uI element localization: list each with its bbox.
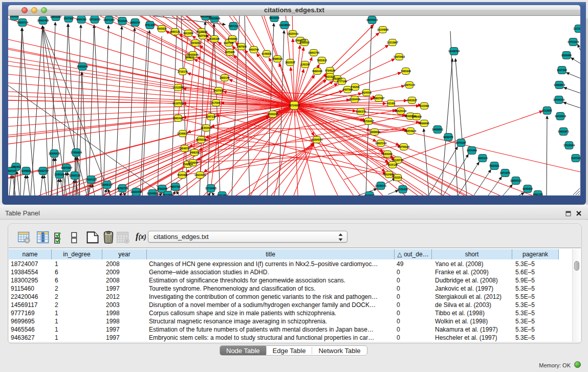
svg-text:6612045: 6612045 — [163, 193, 173, 195]
svg-text:7663822: 7663822 — [157, 27, 167, 30]
svg-text:2718176: 2718176 — [178, 70, 188, 73]
svg-text:2935114: 2935114 — [477, 157, 487, 160]
svg-text:16914479: 16914479 — [194, 173, 206, 177]
svg-text:16543362: 16543362 — [190, 41, 201, 45]
svg-text:8741205: 8741205 — [145, 24, 155, 27]
svg-text:18724007: 18724007 — [289, 104, 300, 107]
svg-text:9227342: 9227342 — [557, 69, 567, 72]
svg-text:7515526: 7515526 — [117, 19, 127, 23]
svg-text:13325419: 13325419 — [287, 32, 298, 35]
svg-text:9777169: 9777169 — [337, 80, 347, 83]
svg-text:7357224: 7357224 — [228, 25, 238, 28]
svg-text:8813054: 8813054 — [269, 16, 279, 19]
svg-text:17016504: 17016504 — [563, 144, 575, 147]
svg-text:2803144: 2803144 — [220, 76, 230, 79]
svg-text:9113936: 9113936 — [542, 109, 552, 112]
svg-text:252254: 252254 — [394, 176, 402, 179]
svg-text:23226058: 23226058 — [196, 30, 207, 33]
svg-text:18300295: 18300295 — [267, 113, 278, 116]
svg-text:8915567: 8915567 — [364, 194, 375, 195]
svg-text:6479197: 6479197 — [456, 141, 466, 144]
svg-text:19654923: 19654923 — [405, 129, 416, 133]
svg-text:10688609: 10688609 — [369, 130, 380, 134]
svg-text:16210643: 16210643 — [555, 115, 566, 118]
svg-text:12093873: 12093873 — [554, 83, 565, 86]
svg-text:16154808: 16154808 — [377, 28, 388, 31]
svg-text:20691406: 20691406 — [37, 19, 49, 22]
svg-text:391541: 391541 — [8, 169, 16, 172]
svg-text:9115460: 9115460 — [419, 104, 429, 107]
svg-text:10807487: 10807487 — [373, 97, 384, 100]
svg-text:7986372: 7986372 — [356, 110, 366, 113]
svg-text:12444150: 12444150 — [553, 98, 564, 101]
svg-text:1156829: 1156829 — [21, 169, 31, 172]
svg-text:10719155: 10719155 — [89, 18, 100, 21]
svg-text:1145194: 1145194 — [54, 173, 64, 176]
svg-text:6466160: 6466160 — [76, 18, 86, 21]
svg-text:19218506: 19218506 — [279, 24, 290, 27]
svg-text:1588520: 1588520 — [272, 57, 282, 60]
svg-text:8878334: 8878334 — [196, 138, 206, 141]
svg-text:2285061: 2285061 — [11, 165, 21, 168]
svg-text:16961758: 16961758 — [308, 51, 319, 54]
svg-text:12975115: 12975115 — [404, 83, 415, 86]
svg-text:19166827: 19166827 — [177, 132, 188, 135]
svg-text:9463627: 9463627 — [407, 99, 417, 102]
svg-text:15692971: 15692971 — [558, 130, 569, 133]
svg-text:19384554: 19384554 — [311, 138, 322, 141]
svg-text:9031255: 9031255 — [217, 194, 227, 195]
svg-text:9245652: 9245652 — [522, 187, 533, 190]
svg-text:9699695: 9699695 — [419, 122, 429, 125]
svg-text:10653267: 10653267 — [50, 16, 61, 18]
svg-text:9084067: 9084067 — [382, 152, 393, 156]
svg-text:1965493: 1965493 — [173, 117, 183, 120]
svg-text:2967608: 2967608 — [236, 45, 247, 48]
svg-text:12213389: 12213389 — [172, 86, 184, 89]
svg-text:1615132: 1615132 — [387, 163, 398, 166]
svg-text:1527602: 1527602 — [63, 17, 74, 20]
svg-text:9402155: 9402155 — [533, 193, 543, 195]
svg-text:1167531: 1167531 — [571, 157, 580, 160]
svg-text:17359924: 17359924 — [71, 151, 82, 154]
svg-text:1274055: 1274055 — [188, 161, 198, 164]
svg-text:746206: 746206 — [351, 85, 360, 89]
svg-text:16448784: 16448784 — [448, 50, 460, 53]
svg-text:10654112: 10654112 — [510, 179, 521, 182]
svg-text:11353594: 11353594 — [201, 126, 212, 129]
svg-text:9657791: 9657791 — [170, 185, 181, 188]
svg-text:11172846: 11172846 — [573, 27, 580, 30]
svg-text:3267130: 3267130 — [206, 115, 216, 118]
svg-text:16033809: 16033809 — [209, 17, 220, 20]
svg-text:1546880: 1546880 — [227, 37, 237, 40]
svg-text:8990448: 8990448 — [312, 70, 322, 73]
svg-text:203455: 203455 — [10, 16, 19, 18]
svg-text:8471676: 8471676 — [500, 171, 510, 174]
svg-text:8938475: 8938475 — [443, 136, 453, 139]
svg-text:7955812: 7955812 — [317, 59, 327, 62]
svg-text:7485003: 7485003 — [401, 70, 411, 73]
svg-text:23420046: 23420046 — [187, 53, 199, 56]
svg-text:16671355: 16671355 — [103, 18, 115, 21]
svg-text:16046755: 16046755 — [179, 147, 190, 150]
svg-text:14055724: 14055724 — [17, 21, 28, 24]
svg-text:15716485: 15716485 — [205, 187, 216, 190]
svg-text:62160: 62160 — [387, 102, 395, 105]
svg-text:126150: 126150 — [301, 63, 310, 66]
svg-text:8454749: 8454749 — [249, 48, 259, 51]
svg-text:9474444: 9474444 — [467, 149, 477, 152]
svg-text:21364436: 21364436 — [349, 98, 360, 101]
svg-text:14136141: 14136141 — [375, 184, 386, 187]
svg-text:9329966: 9329966 — [561, 54, 572, 57]
svg-text:2090910: 2090910 — [299, 41, 310, 44]
svg-text:10244502: 10244502 — [147, 192, 158, 195]
svg-text:9146821: 9146821 — [262, 52, 272, 55]
svg-text:20206535: 20206535 — [49, 152, 60, 155]
svg-text:16107553: 16107553 — [172, 102, 184, 105]
svg-text:1849604: 1849604 — [411, 115, 422, 118]
svg-text:8796345: 8796345 — [157, 187, 167, 190]
svg-text:3875685: 3875685 — [225, 51, 235, 54]
svg-text:9936214: 9936214 — [130, 21, 140, 24]
svg-text:16782759: 16782759 — [117, 187, 128, 190]
svg-text:15751074: 15751074 — [568, 40, 579, 43]
svg-text:10973493: 10973493 — [394, 55, 405, 58]
